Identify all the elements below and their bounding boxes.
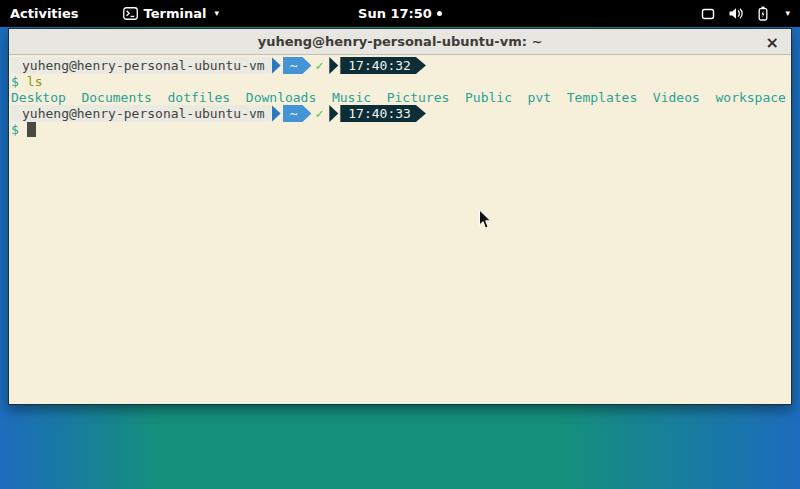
clock[interactable]: Sun 17:50 — [358, 6, 432, 21]
top-bar: Activities Terminal ▾ Sun 17:50 — [0, 0, 800, 27]
app-menu-terminal[interactable]: Terminal ▾ — [123, 6, 219, 21]
directory-name: Videos — [637, 90, 700, 106]
directory-name: Music — [316, 90, 371, 106]
directory-name: workspace — [700, 90, 786, 106]
screen-icon — [701, 7, 715, 21]
directory-name: Desktop — [11, 90, 66, 106]
directory-name: Documents — [66, 90, 152, 106]
directory-name: Downloads — [230, 90, 316, 106]
terminal-app-icon — [123, 7, 138, 20]
activities-button[interactable]: Activities — [0, 6, 91, 21]
chevron-down-icon: ▾ — [214, 9, 219, 18]
volume-icon — [728, 7, 743, 20]
prompt-line: yuheng@henry-personal-ubuntu-vm ~ ✓ 17:4… — [11, 105, 789, 122]
chevron-down-icon: ▾ — [785, 9, 790, 18]
powerline-arrow-icon — [272, 57, 281, 74]
notification-dot — [437, 11, 442, 16]
terminal-window: yuheng@henry-personal-ubuntu-vm: ~ × yuh… — [8, 28, 792, 405]
terminal-viewport[interactable]: yuheng@henry-personal-ubuntu-vm ~ ✓ 17:4… — [9, 55, 791, 404]
directory-name: Public — [449, 90, 512, 106]
prompt-dollar: $ — [11, 74, 19, 90]
mouse-cursor — [478, 209, 492, 234]
directory-name: Templates — [551, 90, 637, 106]
command-line: $ ls — [11, 74, 789, 90]
window-titlebar[interactable]: yuheng@henry-personal-ubuntu-vm: ~ × — [9, 29, 791, 55]
command-line: $ — [11, 122, 789, 138]
window-title: yuheng@henry-personal-ubuntu-vm: ~ — [258, 34, 543, 49]
prompt-dollar: $ — [11, 122, 19, 138]
app-menu-label: Terminal — [144, 6, 207, 21]
prompt-user-host: yuheng@henry-personal-ubuntu-vm — [11, 105, 271, 122]
text-cursor — [27, 122, 36, 137]
ls-output: Desktop Documents dotfiles Downloads Mus… — [11, 90, 789, 106]
powerline-arrow-icon — [329, 57, 338, 74]
prompt-path: ~ — [283, 105, 312, 122]
prompt-line: yuheng@henry-personal-ubuntu-vm ~ ✓ 17:4… — [11, 57, 789, 74]
powerline-arrow-icon — [272, 105, 281, 122]
prompt-user-host: yuheng@henry-personal-ubuntu-vm — [11, 57, 271, 74]
battery-charging-icon — [756, 6, 770, 21]
prompt-time: 17:40:32 — [340, 57, 426, 74]
close-icon[interactable]: × — [766, 29, 779, 55]
prompt-time: 17:40:33 — [340, 105, 426, 122]
directory-name: Pictures — [371, 90, 449, 106]
powerline-arrow-icon — [329, 105, 338, 122]
directory-name: dotfiles — [152, 90, 230, 106]
typed-command: ls — [27, 74, 43, 90]
status-check-icon: ✓ — [315, 106, 323, 122]
system-status-menu[interactable]: ▾ — [693, 0, 800, 27]
status-check-icon: ✓ — [315, 58, 323, 74]
directory-name: pvt — [512, 90, 551, 106]
prompt-path: ~ — [283, 57, 312, 74]
